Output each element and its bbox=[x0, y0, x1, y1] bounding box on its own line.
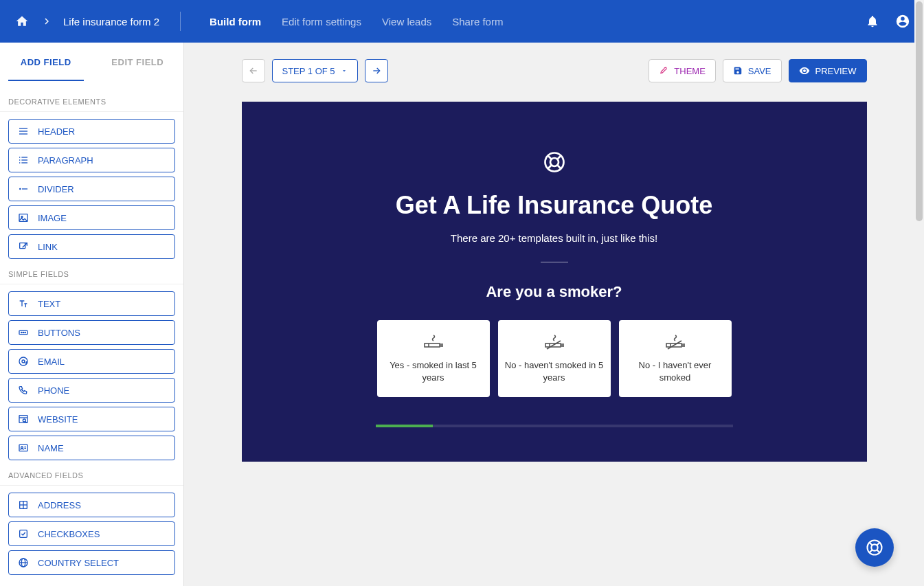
field-paragraph[interactable]: PARAGRAPH bbox=[8, 148, 175, 172]
sidebar-tabs: ADD FIELD EDIT FIELD bbox=[0, 43, 183, 81]
svg-rect-24 bbox=[19, 444, 27, 451]
option-group: Yes - smoked in last 5 years No - haven'… bbox=[377, 320, 732, 397]
field-country-select[interactable]: COUNTRY SELECT bbox=[8, 550, 175, 575]
topbar: Life insurance form 2 Build form Edit fo… bbox=[0, 0, 924, 43]
field-label: LINK bbox=[38, 242, 58, 252]
option-label: No - haven't smoked in 5 years bbox=[505, 359, 604, 383]
country-icon bbox=[17, 556, 30, 569]
tab-view-leads[interactable]: View leads bbox=[382, 16, 431, 27]
preview-label: PREVIEW bbox=[815, 66, 857, 76]
field-label: BUTTONS bbox=[38, 328, 80, 338]
field-divider[interactable]: DIVIDER bbox=[8, 177, 175, 201]
field-header[interactable]: HEADER bbox=[8, 119, 175, 144]
next-step-button[interactable] bbox=[365, 59, 388, 82]
field-image[interactable]: IMAGE bbox=[8, 205, 175, 230]
toolbar: STEP 1 OF 5 THEME SAVE PREVIEW bbox=[242, 59, 867, 82]
save-icon bbox=[733, 66, 743, 76]
image-icon bbox=[17, 212, 30, 224]
sidebar-tab-edit-field[interactable]: EDIT FIELD bbox=[92, 43, 184, 81]
topbar-right bbox=[865, 14, 910, 29]
svg-rect-31 bbox=[20, 530, 27, 538]
buttons-icon bbox=[17, 326, 30, 339]
field-link[interactable]: LINK bbox=[8, 234, 175, 259]
header-icon bbox=[17, 125, 30, 137]
theme-button[interactable]: THEME bbox=[649, 59, 716, 82]
account-icon[interactable] bbox=[895, 14, 910, 29]
name-icon bbox=[17, 442, 30, 454]
field-phone[interactable]: PHONE bbox=[8, 378, 175, 403]
progress-fill bbox=[376, 425, 433, 427]
checkbox-icon bbox=[17, 528, 30, 540]
svg-point-9 bbox=[20, 188, 21, 189]
address-icon bbox=[17, 499, 30, 511]
sidebar-tab-add-field[interactable]: ADD FIELD bbox=[0, 43, 92, 81]
field-label: PHONE bbox=[38, 385, 69, 396]
notifications-icon[interactable] bbox=[865, 14, 880, 29]
scrollbar-thumb[interactable] bbox=[916, 1, 923, 221]
tab-share-form[interactable]: Share form bbox=[452, 16, 503, 27]
progress-bar bbox=[376, 425, 733, 427]
tab-edit-settings[interactable]: Edit form settings bbox=[282, 16, 361, 27]
lifebuoy-icon bbox=[542, 150, 567, 174]
field-list-decorative: HEADER PARAGRAPH DIVIDER IMAGE LINK bbox=[0, 119, 183, 259]
field-email[interactable]: EMAIL bbox=[8, 349, 175, 374]
divider-icon bbox=[17, 183, 30, 195]
save-label: SAVE bbox=[748, 66, 771, 76]
form-subheading: There are 20+ templates built in, just l… bbox=[451, 232, 657, 244]
field-label: PARAGRAPH bbox=[38, 155, 93, 166]
field-checkboxes[interactable]: CHECKBOXES bbox=[8, 521, 175, 546]
save-button[interactable]: SAVE bbox=[723, 59, 782, 82]
step-label: STEP 1 OF 5 bbox=[282, 66, 335, 76]
home-icon[interactable] bbox=[14, 13, 30, 30]
paragraph-icon bbox=[17, 154, 30, 166]
svg-line-42 bbox=[557, 166, 561, 169]
option-yes-smoked[interactable]: Yes - smoked in last 5 years bbox=[377, 320, 490, 397]
field-label: TEXT bbox=[38, 299, 60, 309]
field-buttons[interactable]: BUTTONS bbox=[8, 320, 175, 345]
step-selector-button[interactable]: STEP 1 OF 5 bbox=[272, 59, 358, 82]
no-smoke-icon bbox=[543, 333, 565, 352]
svg-point-17 bbox=[25, 332, 25, 333]
svg-line-41 bbox=[548, 166, 551, 169]
field-label: EMAIL bbox=[38, 357, 65, 367]
field-website[interactable]: WEBSITE bbox=[8, 407, 175, 431]
svg-line-62 bbox=[877, 550, 880, 553]
phone-icon bbox=[17, 384, 30, 396]
field-label: CHECKBOXES bbox=[38, 529, 100, 539]
form-preview[interactable]: Get A Life Insurance Quote There are 20+… bbox=[242, 102, 867, 462]
svg-point-16 bbox=[23, 332, 23, 333]
svg-line-39 bbox=[548, 155, 551, 159]
field-text[interactable]: TEXT bbox=[8, 291, 175, 316]
field-address[interactable]: ADDRESS bbox=[8, 493, 175, 517]
section-title-decorative: DECORATIVE ELEMENTS bbox=[0, 81, 183, 112]
field-label: ADDRESS bbox=[38, 500, 81, 510]
divider bbox=[541, 262, 568, 262]
svg-line-56 bbox=[668, 341, 681, 349]
svg-point-25 bbox=[21, 447, 23, 449]
email-icon bbox=[17, 355, 30, 368]
field-label: IMAGE bbox=[38, 213, 67, 223]
svg-point-12 bbox=[21, 216, 23, 218]
svg-line-40 bbox=[557, 155, 561, 159]
option-no-5years[interactable]: No - haven't smoked in 5 years bbox=[498, 320, 611, 397]
svg-point-58 bbox=[871, 544, 877, 550]
form-question: Are you a smoker? bbox=[486, 283, 622, 301]
sidebar: ADD FIELD EDIT FIELD DECORATIVE ELEMENTS… bbox=[0, 43, 184, 586]
help-fab[interactable] bbox=[855, 528, 894, 567]
option-never-smoked[interactable]: No - I haven't ever smoked bbox=[619, 320, 732, 397]
preview-button[interactable]: PREVIEW bbox=[789, 59, 867, 82]
cigarette-icon bbox=[422, 333, 444, 352]
topbar-left: Life insurance form 2 Build form Edit fo… bbox=[14, 12, 503, 31]
svg-point-15 bbox=[21, 332, 22, 333]
field-list-simple: TEXT BUTTONS EMAIL PHONE WEBSITE NAME bbox=[0, 291, 183, 460]
svg-line-61 bbox=[869, 550, 872, 553]
scrollbar[interactable] bbox=[914, 0, 924, 586]
no-smoke-icon bbox=[664, 333, 686, 352]
theme-label: THEME bbox=[674, 66, 706, 76]
section-title-simple: SIMPLE FIELDS bbox=[0, 259, 183, 284]
field-name[interactable]: NAME bbox=[8, 436, 175, 460]
tab-build-form[interactable]: Build form bbox=[210, 16, 261, 27]
field-label: NAME bbox=[38, 443, 64, 453]
field-label: HEADER bbox=[38, 126, 75, 137]
website-icon bbox=[17, 413, 30, 425]
